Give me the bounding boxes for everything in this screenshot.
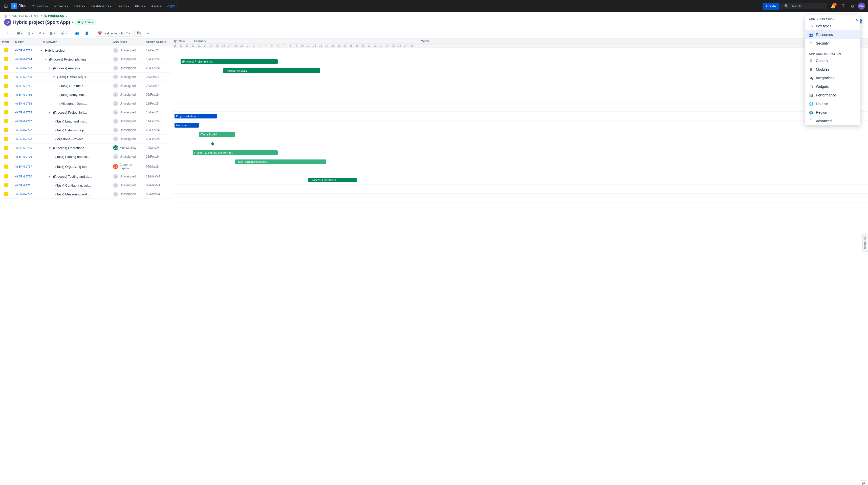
license-icon: 🌐 [809, 102, 813, 106]
dropdown-performance[interactable]: 📊 Performance [805, 91, 860, 99]
avatar[interactable]: CM [858, 3, 865, 10]
table-row[interactable]: HYBR-6-2775 ▼ (Process) Project initi...… [0, 108, 172, 117]
table-row[interactable]: HYBR-6-2770 ▼ (Process) Testing and de..… [0, 172, 172, 181]
nav-plans[interactable]: Plans ▾ [133, 3, 148, 9]
row-icon [0, 47, 13, 54]
jira-logo[interactable]: J Jira [11, 3, 26, 9]
table-row[interactable]: HYBR-6-2795 ▼ (Process) Operations MM Ma… [0, 144, 172, 152]
view-button[interactable]: ⊞ ▾ [15, 30, 24, 36]
collapse-arrow[interactable]: ▼ [49, 147, 51, 149]
nav-dashboards[interactable]: Dashboards ▾ [89, 3, 113, 9]
chevron-down-icon: ▾ [128, 5, 129, 8]
project-title[interactable]: Hybrid project (Sport App) ▾ [13, 20, 73, 25]
gantt-day: 18 [348, 44, 354, 48]
sort-button[interactable]: ⇅ ▾ [26, 30, 35, 36]
gantt-month-mar: March [419, 38, 868, 44]
help-button[interactable]: ❓ [839, 2, 847, 10]
table-row[interactable]: HYBR-6-2797 • (Task) Organizing tea... C… [0, 161, 172, 172]
gantt-day: 9 [293, 44, 300, 48]
gantt-days-row: 1819202122232425262728291234567891011121… [172, 44, 868, 48]
search-bar[interactable]: 🔍 Search [781, 3, 827, 9]
visibility-button[interactable]: 👁 ▾ [36, 30, 46, 36]
table-row[interactable]: HYBR-6-2769 ▼ Hybrid project ⊙ Unassigne… [0, 46, 172, 55]
table-row[interactable]: HYBR-6-2778 • (Milestone) Project ... ⊙ … [0, 135, 172, 144]
person-button[interactable]: 👤 [83, 30, 91, 36]
nav-filters[interactable]: Filters ▾ [72, 3, 87, 9]
issue-icon [4, 57, 8, 61]
link-button[interactable]: 🔗 ▾ [58, 30, 69, 36]
nav-your-work[interactable]: Your work ▾ [30, 3, 50, 9]
map-icon-button[interactable]: 🗺 [860, 480, 867, 485]
table-row[interactable]: HYBR-6-2780 ▼ (Task) Gather requir.... ⊙… [0, 73, 172, 82]
table-row[interactable]: HYBR-6-2777 • (Task) Lead and ma... ⊙ Un… [0, 117, 172, 126]
dropdown-integrations[interactable]: 🔌 Integrations [805, 74, 860, 82]
people-button[interactable]: 👥 [73, 30, 81, 36]
nav-projects[interactable]: Projects ▾ [52, 3, 70, 9]
gantt-section[interactable]: Q1 2024 February March 18192021222324252… [172, 38, 868, 485]
dot-handle: • [57, 103, 57, 105]
breadcrumb-home[interactable]: 🏠 [4, 14, 8, 18]
settings-icon[interactable]: ⚙ [164, 40, 167, 44]
dropdown-region[interactable]: 🌍 Region [805, 108, 860, 117]
collapse-arrow[interactable]: ▼ [44, 58, 47, 61]
collapse-arrow[interactable]: ▼ [49, 111, 51, 114]
collapse-arrow[interactable]: ▼ [53, 76, 55, 79]
dropdown-security[interactable]: 🛡 Security [805, 39, 860, 48]
table-row[interactable]: HYBR-6-2782 • (Task) Verify that ... ⊙ U… [0, 90, 172, 99]
dropdown-modules[interactable]: ⊞ Modules [805, 65, 860, 74]
row-summary: • (Task) Organizing tea... [40, 163, 111, 170]
gantt-bar: (Task) Organizing teams... [235, 160, 326, 164]
table-row[interactable]: HYBR-6-2776 • (Task) Establish a p... ⊙ … [0, 126, 172, 135]
nav-apps[interactable]: Apps ▾ [165, 3, 179, 9]
create-button[interactable]: Create [763, 3, 779, 10]
table-row[interactable]: HYBR-6-2783 • (Milestone) Docu... ⊙ Unas… [0, 99, 172, 108]
milestone-diamond: ◆ [211, 141, 214, 146]
dropdown-resources[interactable]: 👥 Resources [805, 30, 860, 39]
table-row[interactable]: HYBR-6-2796 • (Task) Planing and co... ⊙… [0, 152, 172, 161]
settings-button[interactable]: ⚙ [849, 2, 856, 10]
add-button[interactable]: ＋ ▾ [4, 30, 14, 37]
table-row[interactable]: HYBR-6-2779 ▼ (Process) Analysis ⊙ Unass… [0, 64, 172, 73]
col-header-summary[interactable]: SUMMARY [40, 39, 111, 46]
breadcrumb-hybr6[interactable]: HYBR-6 [31, 14, 42, 18]
dropdown-general[interactable]: 🖥 General [805, 56, 860, 65]
chevron-down-icon: ▾ [21, 32, 22, 35]
collapse-arrow[interactable]: ▼ [49, 175, 51, 178]
chevron-down-icon: ▾ [47, 5, 48, 8]
grid-icon[interactable]: ⊞ [3, 2, 9, 10]
col-header-key[interactable]: ⇅ KEY [13, 38, 40, 46]
table-row[interactable]: HYBR-6-2774 ▼ (Process) Project planing … [0, 55, 172, 64]
row-key: HYBR-6-2777 [13, 118, 40, 124]
table-row[interactable]: HYBR-6-2772 • (Task) Measuring and ... ⊙… [0, 190, 172, 199]
issue-icon [4, 137, 8, 141]
dropdown-license[interactable]: 🌐 License [805, 99, 860, 108]
collapse-arrow[interactable]: ▼ [40, 49, 43, 52]
table-row[interactable]: HYBR-6-2771 • (Task) Configuring, usi...… [0, 181, 172, 190]
nav-assets[interactable]: Assets [149, 3, 163, 9]
row-startdate: 21/May/24 [144, 173, 172, 180]
live-badge[interactable]: 📡 Live ▾ [75, 20, 96, 25]
nav-teams[interactable]: Teams ▾ [115, 3, 131, 9]
dropdown-box-types[interactable]: ▭ Box types [805, 22, 860, 30]
status-badge[interactable]: IN PROGRESS [43, 14, 65, 18]
collapse-arrow[interactable]: ▼ [49, 67, 51, 69]
table-row[interactable]: HYBR-6-2781 • (Task) Run the c... ⊙ Unas… [0, 82, 172, 90]
infobar[interactable]: INFOBAR [862, 234, 868, 252]
row-assignee: ⊙ Unassigned [111, 82, 144, 90]
row-assignee: ⊙ Unassigned [111, 90, 144, 99]
save-button[interactable]: 💾 [134, 30, 143, 37]
avatar: ⊙ [113, 154, 118, 159]
undo-button[interactable]: ↩ [145, 30, 151, 36]
col-header-startdate[interactable]: START DATE ⚙ [144, 38, 172, 46]
collapse-button[interactable]: ∧ [855, 17, 858, 22]
dot-handle: • [57, 85, 57, 87]
dropdown-widgets[interactable]: ◫ Widgets [805, 82, 860, 91]
plus-icon: ＋ [6, 31, 9, 35]
breadcrumb-portfolio[interactable]: PORTFOLIO [11, 14, 28, 18]
task-scheduling-button[interactable]: 📅 Task scheduling* ▾ [95, 30, 133, 37]
table-button[interactable]: ▦ ▾ [48, 30, 57, 36]
row-icon [0, 55, 13, 63]
dropdown-advanced[interactable]: ☰ Advanced [805, 117, 860, 125]
notifications-button[interactable]: 🔔 9+ [829, 2, 837, 10]
col-header-assignee[interactable]: ASSIGNEE [111, 39, 144, 46]
